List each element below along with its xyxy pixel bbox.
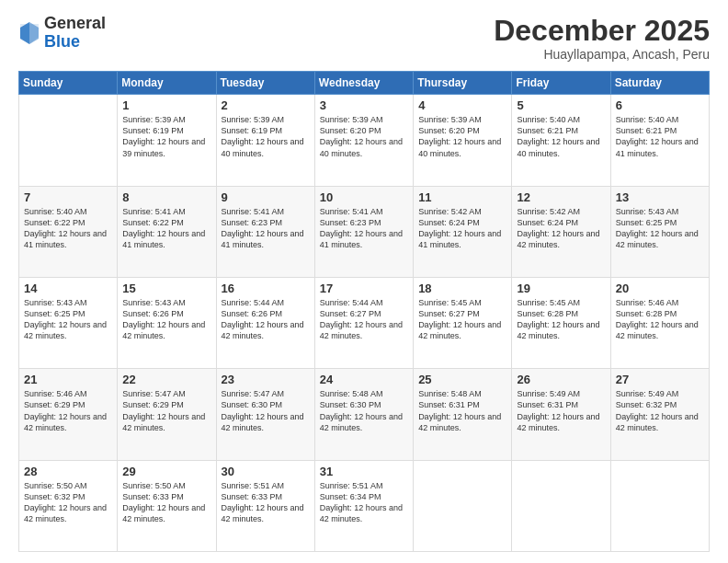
calendar-cell [610, 460, 709, 551]
day-number: 7 [24, 190, 112, 204]
logo: General Blue [18, 15, 106, 52]
calendar-cell: 9Sunrise: 5:41 AMSunset: 6:23 PMDaylight… [216, 186, 314, 277]
calendar-cell: 6Sunrise: 5:40 AMSunset: 6:21 PMDaylight… [610, 95, 709, 186]
day-number: 9 [222, 190, 310, 204]
day-number: 11 [418, 190, 506, 204]
calendar-cell: 23Sunrise: 5:47 AMSunset: 6:30 PMDayligh… [216, 369, 314, 460]
calendar-cell: 29Sunrise: 5:50 AMSunset: 6:33 PMDayligh… [118, 460, 216, 551]
calendar-cell [19, 95, 118, 186]
cell-text: Sunrise: 5:40 AMSunset: 6:22 PMDaylight:… [24, 206, 112, 251]
calendar-header-wednesday: Wednesday [314, 72, 413, 95]
day-number: 29 [122, 465, 210, 478]
cell-text: Sunrise: 5:49 AMSunset: 6:31 PMDaylight:… [517, 388, 605, 433]
calendar-cell: 18Sunrise: 5:45 AMSunset: 6:27 PMDayligh… [414, 277, 512, 368]
day-number: 27 [616, 373, 704, 386]
calendar-week-2: 7Sunrise: 5:40 AMSunset: 6:22 PMDaylight… [19, 186, 710, 277]
cell-text: Sunrise: 5:47 AMSunset: 6:30 PMDaylight:… [222, 388, 310, 433]
cell-text: Sunrise: 5:43 AMSunset: 6:26 PMDaylight:… [122, 297, 210, 342]
calendar-cell: 27Sunrise: 5:49 AMSunset: 6:32 PMDayligh… [610, 369, 709, 460]
cell-text: Sunrise: 5:51 AMSunset: 6:34 PMDaylight:… [320, 480, 408, 525]
calendar-cell: 24Sunrise: 5:48 AMSunset: 6:30 PMDayligh… [314, 369, 413, 460]
calendar-week-3: 14Sunrise: 5:43 AMSunset: 6:25 PMDayligh… [19, 277, 710, 368]
calendar-cell: 7Sunrise: 5:40 AMSunset: 6:22 PMDaylight… [19, 186, 118, 277]
day-number: 13 [616, 190, 704, 204]
day-number: 15 [122, 282, 210, 295]
cell-text: Sunrise: 5:43 AMSunset: 6:25 PMDaylight:… [24, 297, 112, 342]
calendar-cell: 28Sunrise: 5:50 AMSunset: 6:32 PMDayligh… [19, 460, 118, 551]
cell-text: Sunrise: 5:45 AMSunset: 6:27 PMDaylight:… [418, 297, 506, 342]
cell-text: Sunrise: 5:39 AMSunset: 6:20 PMDaylight:… [320, 114, 408, 159]
day-number: 5 [517, 98, 605, 112]
cell-text: Sunrise: 5:50 AMSunset: 6:32 PMDaylight:… [24, 480, 112, 525]
cell-text: Sunrise: 5:46 AMSunset: 6:29 PMDaylight:… [24, 388, 112, 433]
day-number: 6 [616, 98, 704, 112]
day-number: 22 [122, 373, 210, 386]
day-number: 8 [122, 190, 210, 204]
calendar-cell: 16Sunrise: 5:44 AMSunset: 6:26 PMDayligh… [216, 277, 314, 368]
cell-text: Sunrise: 5:46 AMSunset: 6:28 PMDaylight:… [616, 297, 704, 342]
calendar-cell: 14Sunrise: 5:43 AMSunset: 6:25 PMDayligh… [19, 277, 118, 368]
day-number: 26 [517, 373, 605, 386]
calendar-cell: 30Sunrise: 5:51 AMSunset: 6:33 PMDayligh… [216, 460, 314, 551]
logo-text: General Blue [44, 15, 106, 52]
calendar-header-friday: Friday [512, 72, 610, 95]
calendar-cell: 20Sunrise: 5:46 AMSunset: 6:28 PMDayligh… [610, 277, 709, 368]
calendar-week-5: 28Sunrise: 5:50 AMSunset: 6:32 PMDayligh… [19, 460, 710, 551]
day-number: 2 [222, 98, 310, 112]
cell-text: Sunrise: 5:41 AMSunset: 6:23 PMDaylight:… [320, 206, 408, 251]
calendar-header-monday: Monday [118, 72, 216, 95]
cell-text: Sunrise: 5:43 AMSunset: 6:25 PMDaylight:… [616, 206, 704, 251]
day-number: 1 [122, 98, 210, 112]
calendar-cell: 15Sunrise: 5:43 AMSunset: 6:26 PMDayligh… [118, 277, 216, 368]
day-number: 19 [517, 282, 605, 295]
title-block: December 2025 Huayllapampa, Ancash, Peru [494, 15, 710, 62]
cell-text: Sunrise: 5:47 AMSunset: 6:29 PMDaylight:… [122, 388, 210, 433]
logo-blue: Blue [44, 32, 80, 51]
calendar-cell: 1Sunrise: 5:39 AMSunset: 6:19 PMDaylight… [118, 95, 216, 186]
calendar-week-1: 1Sunrise: 5:39 AMSunset: 6:19 PMDaylight… [19, 95, 710, 186]
cell-text: Sunrise: 5:39 AMSunset: 6:19 PMDaylight:… [222, 114, 310, 159]
calendar-cell: 2Sunrise: 5:39 AMSunset: 6:19 PMDaylight… [216, 95, 314, 186]
calendar-cell: 25Sunrise: 5:48 AMSunset: 6:31 PMDayligh… [414, 369, 512, 460]
calendar-cell: 22Sunrise: 5:47 AMSunset: 6:29 PMDayligh… [118, 369, 216, 460]
day-number: 21 [24, 373, 112, 386]
day-number: 24 [320, 373, 408, 386]
day-number: 30 [222, 465, 310, 478]
cell-text: Sunrise: 5:44 AMSunset: 6:27 PMDaylight:… [320, 297, 408, 342]
cell-text: Sunrise: 5:50 AMSunset: 6:33 PMDaylight:… [122, 480, 210, 525]
calendar-table: SundayMondayTuesdayWednesdayThursdayFrid… [18, 71, 710, 552]
cell-text: Sunrise: 5:39 AMSunset: 6:20 PMDaylight:… [418, 114, 506, 159]
location: Huayllapampa, Ancash, Peru [494, 47, 710, 62]
day-number: 4 [418, 98, 506, 112]
cell-text: Sunrise: 5:40 AMSunset: 6:21 PMDaylight:… [616, 114, 704, 159]
calendar-cell: 11Sunrise: 5:42 AMSunset: 6:24 PMDayligh… [414, 186, 512, 277]
calendar-cell: 31Sunrise: 5:51 AMSunset: 6:34 PMDayligh… [314, 460, 413, 551]
calendar-cell: 4Sunrise: 5:39 AMSunset: 6:20 PMDaylight… [414, 95, 512, 186]
day-number: 20 [616, 282, 704, 295]
day-number: 28 [24, 465, 112, 478]
day-number: 23 [222, 373, 310, 386]
calendar-cell [512, 460, 610, 551]
cell-text: Sunrise: 5:44 AMSunset: 6:26 PMDaylight:… [222, 297, 310, 342]
logo-icon [18, 20, 40, 46]
header: General Blue December 2025 Huayllapampa,… [18, 15, 710, 62]
month-title: December 2025 [494, 15, 710, 47]
calendar-cell: 13Sunrise: 5:43 AMSunset: 6:25 PMDayligh… [610, 186, 709, 277]
day-number: 25 [418, 373, 506, 386]
cell-text: Sunrise: 5:49 AMSunset: 6:32 PMDaylight:… [616, 388, 704, 433]
calendar-header-thursday: Thursday [414, 72, 512, 95]
calendar-cell: 21Sunrise: 5:46 AMSunset: 6:29 PMDayligh… [19, 369, 118, 460]
cell-text: Sunrise: 5:41 AMSunset: 6:23 PMDaylight:… [222, 206, 310, 251]
calendar-week-4: 21Sunrise: 5:46 AMSunset: 6:29 PMDayligh… [19, 369, 710, 460]
calendar-cell: 8Sunrise: 5:41 AMSunset: 6:22 PMDaylight… [118, 186, 216, 277]
calendar-header-sunday: Sunday [19, 72, 118, 95]
cell-text: Sunrise: 5:48 AMSunset: 6:31 PMDaylight:… [418, 388, 506, 433]
cell-text: Sunrise: 5:45 AMSunset: 6:28 PMDaylight:… [517, 297, 605, 342]
day-number: 16 [222, 282, 310, 295]
calendar-cell: 3Sunrise: 5:39 AMSunset: 6:20 PMDaylight… [314, 95, 413, 186]
calendar-cell: 12Sunrise: 5:42 AMSunset: 6:24 PMDayligh… [512, 186, 610, 277]
calendar-header-saturday: Saturday [610, 72, 709, 95]
logo-general: General [44, 14, 106, 32]
cell-text: Sunrise: 5:42 AMSunset: 6:24 PMDaylight:… [517, 206, 605, 251]
calendar-cell: 26Sunrise: 5:49 AMSunset: 6:31 PMDayligh… [512, 369, 610, 460]
